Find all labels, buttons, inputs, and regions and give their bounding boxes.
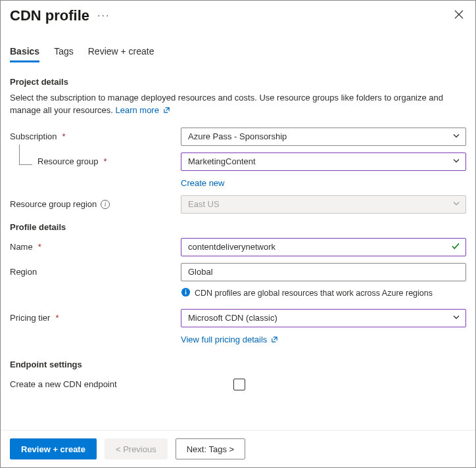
review-create-button[interactable]: Review + create xyxy=(10,438,97,459)
previous-button: < Previous xyxy=(105,438,168,459)
more-icon[interactable]: ··· xyxy=(97,10,110,22)
footer-bar: Review + create < Previous Next: Tags > xyxy=(1,430,475,467)
resource-group-value: MarketingContent xyxy=(188,156,256,166)
chevron-down-icon xyxy=(452,131,460,141)
subscription-label: Subscription* xyxy=(10,131,181,141)
pricing-tier-select[interactable]: Microsoft CDN (classic) xyxy=(181,309,466,327)
create-endpoint-label: Create a new CDN endpoint xyxy=(10,379,181,389)
create-new-link[interactable]: Create new xyxy=(181,178,224,188)
resource-group-label: Resource group* xyxy=(10,156,181,166)
tab-basics[interactable]: Basics xyxy=(10,46,39,62)
pricing-tier-label: Pricing tier* xyxy=(10,313,181,323)
region-info: CDN profiles are global resources that w… xyxy=(181,287,433,299)
subscription-value: Azure Pass - Sponsorship xyxy=(188,131,287,141)
chevron-down-icon xyxy=(452,156,460,166)
region-value: Global xyxy=(188,267,213,277)
endpoint-settings-heading: Endpoint settings xyxy=(10,360,466,369)
close-icon xyxy=(454,10,464,19)
resource-group-select[interactable]: MarketingContent xyxy=(181,152,466,171)
project-details-heading: Project details xyxy=(10,77,466,87)
pricing-details-link[interactable]: View full pricing details xyxy=(181,335,278,345)
learn-more-link[interactable]: Learn more xyxy=(115,105,170,115)
profile-details-heading: Profile details xyxy=(10,222,466,232)
rg-region-select: East US xyxy=(181,195,466,214)
info-filled-icon xyxy=(181,287,191,299)
region-input: Global xyxy=(181,263,466,281)
name-value: contentdeliverynetwork xyxy=(188,242,275,252)
pricing-link-label: View full pricing details xyxy=(181,335,267,344)
project-description: Select the subscription to manage deploy… xyxy=(10,92,466,118)
region-label: Region xyxy=(10,267,181,277)
close-button[interactable] xyxy=(452,6,466,25)
project-description-text: Select the subscription to manage deploy… xyxy=(10,93,443,115)
external-link-icon xyxy=(271,335,278,345)
chevron-down-icon xyxy=(452,313,460,323)
learn-more-label: Learn more xyxy=(115,105,158,115)
create-endpoint-checkbox[interactable] xyxy=(233,379,245,390)
name-input[interactable]: contentdeliverynetwork xyxy=(181,238,466,256)
rg-region-label: Resource group region i xyxy=(10,199,181,209)
tab-review[interactable]: Review + create xyxy=(88,46,155,62)
external-link-icon xyxy=(163,105,170,118)
tab-tags[interactable]: Tags xyxy=(54,46,74,62)
pricing-tier-value: Microsoft CDN (classic) xyxy=(188,313,277,323)
subscription-select[interactable]: Azure Pass - Sponsorship xyxy=(181,128,466,146)
svg-rect-1 xyxy=(185,291,187,294)
info-icon[interactable]: i xyxy=(101,200,110,209)
name-label: Name* xyxy=(10,242,181,252)
checkmark-icon xyxy=(451,241,460,252)
svg-point-2 xyxy=(185,289,187,291)
chevron-down-icon xyxy=(452,199,460,209)
rg-region-value: East US xyxy=(188,199,220,209)
page-title: CDN profile xyxy=(10,7,89,24)
next-button[interactable]: Next: Tags > xyxy=(176,438,245,459)
tab-bar: Basics Tags Review + create xyxy=(1,28,475,62)
